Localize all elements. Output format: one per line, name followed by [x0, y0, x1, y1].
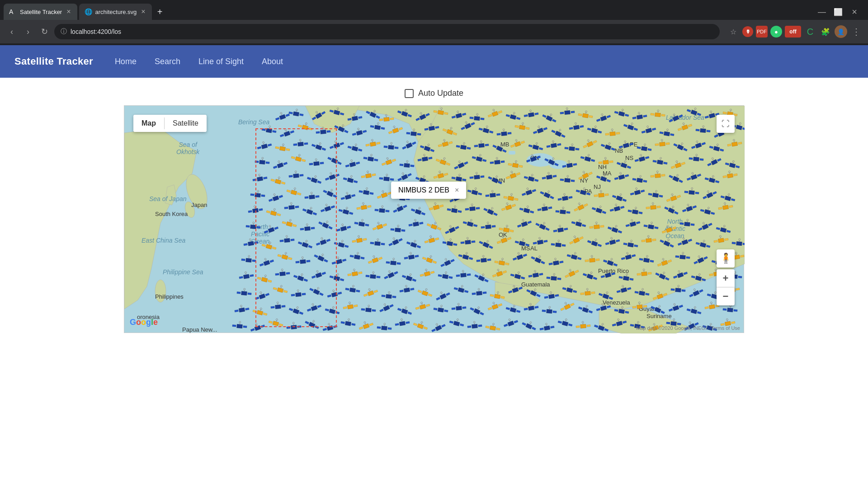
brand-title: Satellite Tracker	[14, 56, 93, 67]
window-close[interactable]: ×	[848, 5, 861, 18]
new-tab-button[interactable]: +	[154, 5, 166, 18]
tab-favicon-architecture: 🌐	[85, 8, 92, 15]
map-wrapper: Auto Update	[0, 78, 868, 488]
map-land-svg	[124, 106, 745, 333]
menu-button[interactable]: ⋮	[850, 25, 863, 38]
back-button[interactable]: ‹	[5, 25, 18, 38]
pegman-button[interactable]: 🧍	[717, 249, 735, 267]
app-content: Satellite Tracker Home Search Line of Si…	[0, 45, 868, 488]
google-logo: Google	[130, 318, 158, 327]
nav-home[interactable]: Home	[115, 57, 137, 66]
zoom-in-button[interactable]: +	[717, 269, 735, 287]
tooltip-satellite-name: NIMBUS 2 DEB	[398, 186, 449, 194]
profile-avatar[interactable]: 👤	[835, 25, 847, 38]
tab-close-architecture[interactable]: ×	[140, 7, 146, 17]
nav-line-of-sight[interactable]: Line of Sight	[198, 57, 244, 66]
map-type-satellite-button[interactable]: Satellite	[165, 115, 207, 132]
auto-update-row: Auto Update	[405, 89, 463, 98]
tab-bar: A Satellite Tracker × 🌐 architecture.svg…	[0, 0, 868, 20]
tab-title-satellite: Satellite Tracker	[20, 9, 62, 15]
lock-icon: ⓘ	[61, 28, 67, 36]
toolbar-icons: ☆ 🎙 PDF ● off C 🧩 👤 ⋮	[727, 25, 863, 38]
auto-update-checkbox[interactable]	[405, 89, 414, 98]
map-container[interactable]: Bering Sea Sea ofOkhotsk Sea of Japan Ja…	[124, 105, 744, 333]
tooltip-close-button[interactable]: ×	[455, 186, 459, 194]
reload-button[interactable]: ↻	[38, 25, 51, 38]
map-type-map-button[interactable]: Map	[133, 115, 164, 132]
address-bar-row: ‹ › ↻ ⓘ localhost:4200/los ☆ 🎙 PDF ● off…	[0, 20, 868, 43]
navbar: Satellite Tracker Home Search Line of Si…	[0, 45, 868, 78]
svg-point-4	[549, 160, 567, 169]
tab-title-architecture: architecture.svg	[95, 9, 137, 15]
map-type-toggle: Map Satellite	[133, 115, 207, 132]
map-copyright: Map data ©2020 Google, INEGI · Terms of …	[636, 325, 740, 331]
map-right-controls: 🧍 + −	[717, 249, 735, 305]
extension-off-icon[interactable]: off	[785, 26, 801, 38]
forward-button[interactable]: ›	[22, 25, 34, 38]
nav-search[interactable]: Search	[155, 57, 180, 66]
nav-links: Home Search Line of Sight About	[115, 57, 283, 66]
browser-chrome: A Satellite Tracker × 🌐 architecture.svg…	[0, 0, 868, 45]
address-text: localhost:4200/los	[71, 28, 121, 35]
address-bar[interactable]: ⓘ localhost:4200/los	[54, 24, 720, 39]
extensions-button[interactable]: 🧩	[819, 25, 832, 38]
tab-architecture[interactable]: 🌐 architecture.svg ×	[79, 4, 152, 20]
window-minimize[interactable]: —	[816, 5, 828, 18]
tab-satellite-tracker[interactable]: A Satellite Tracker ×	[4, 4, 77, 20]
extension-green-icon[interactable]: C	[804, 25, 816, 38]
bookmark-icon[interactable]: ☆	[727, 25, 740, 38]
satellite-tooltip: NIMBUS 2 DEB ×	[391, 182, 466, 199]
extension-circle-icon[interactable]: ●	[770, 26, 782, 38]
auto-update-label: Auto Update	[418, 89, 463, 98]
tab-favicon-satellite: A	[9, 8, 16, 15]
extension-pdf-icon[interactable]: PDF	[756, 26, 768, 38]
svg-rect-5	[509, 151, 515, 155]
zoom-out-button[interactable]: −	[717, 287, 735, 305]
map-ocean-bg	[124, 106, 744, 333]
fullscreen-button[interactable]: ⛶	[717, 115, 735, 133]
svg-point-2	[155, 280, 166, 302]
nav-about[interactable]: About	[262, 57, 283, 66]
extension-mic-icon[interactable]: 🎙	[742, 26, 753, 37]
window-maximize[interactable]: ⬜	[832, 5, 844, 18]
tab-close-satellite[interactable]: ×	[66, 7, 71, 17]
